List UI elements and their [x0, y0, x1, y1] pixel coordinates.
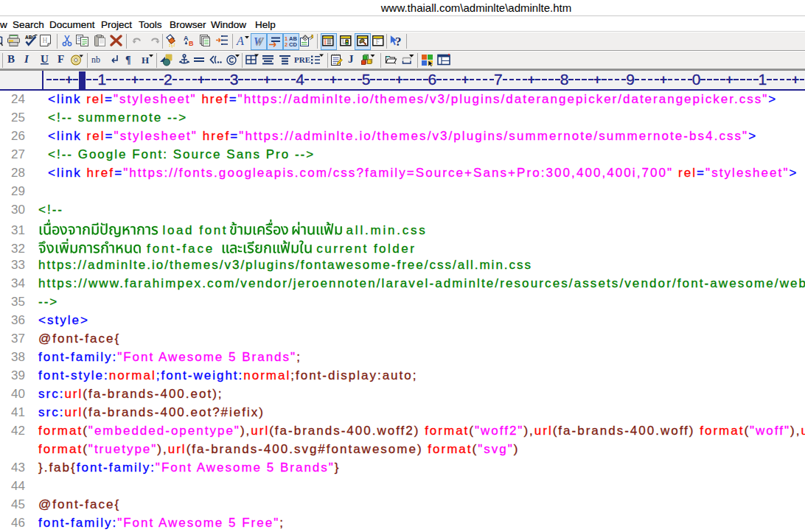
- svg-text:nb: nb: [91, 55, 100, 65]
- svg-text:H: H: [43, 37, 48, 44]
- svg-text:B: B: [189, 40, 194, 47]
- svg-text:U: U: [41, 53, 49, 65]
- svg-text:A: A: [184, 35, 189, 42]
- svg-text:PRE: PRE: [294, 55, 310, 64]
- svg-text:CD: CD: [289, 41, 297, 48]
- svg-text:F: F: [58, 53, 64, 65]
- svg-text:J: J: [348, 53, 354, 65]
- svg-text:I: I: [24, 53, 29, 65]
- svg-text:H: H: [142, 55, 149, 66]
- svg-text:B: B: [7, 53, 15, 65]
- svg-text:F: F: [376, 38, 380, 46]
- svg-text:A: A: [236, 35, 244, 47]
- svg-text:2: 2: [285, 41, 288, 48]
- svg-text:¶: ¶: [125, 55, 131, 66]
